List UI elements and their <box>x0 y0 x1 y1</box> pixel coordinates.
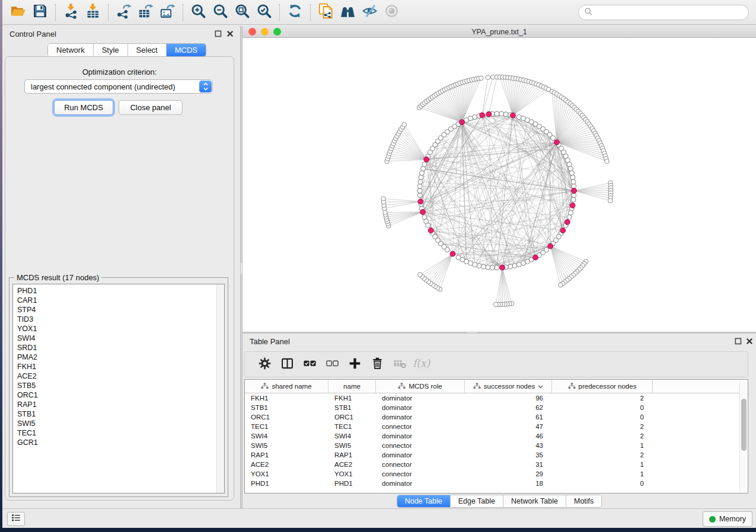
zoom-in-button[interactable] <box>187 3 209 22</box>
gear-button[interactable] <box>253 354 276 374</box>
table-cell: RAP1 <box>328 451 376 459</box>
export-image-icon <box>160 3 176 21</box>
column-header-predecessor-nodes[interactable]: predecessor nodes <box>552 380 653 393</box>
column-header-shared-name[interactable]: shared name <box>245 380 328 393</box>
binoculars-button[interactable] <box>337 3 359 22</box>
table-row[interactable]: TEC1TEC1connector472 <box>245 422 748 431</box>
export-image-button[interactable] <box>157 3 178 22</box>
close-panel-button[interactable]: Close panel <box>119 100 183 115</box>
mcds-result-item[interactable]: SWI5 <box>17 419 224 428</box>
column-header-successor-nodes[interactable]: successor nodes <box>465 380 552 393</box>
vertical-splitter-handle[interactable] <box>241 263 242 274</box>
mcds-result-item[interactable]: FKH1 <box>17 362 224 371</box>
mcds-result-item[interactable]: TEC1 <box>17 428 224 438</box>
clone-network-icon <box>318 3 334 21</box>
tree-icon <box>473 383 481 390</box>
control-panel-header: Control Panel <box>2 26 240 41</box>
optimization-criterion-dropdown[interactable]: largest connected component (undirected) <box>24 79 213 94</box>
table-row[interactable]: YOX1YOX1connector291 <box>245 469 748 479</box>
mcds-result-item[interactable]: PHD1 <box>17 286 224 296</box>
mcds-result-item[interactable]: STP4 <box>17 305 224 315</box>
import-network-button[interactable] <box>60 3 82 22</box>
column-label: successor nodes <box>484 383 535 390</box>
table-scrollbar[interactable] <box>739 380 747 492</box>
zoom-out-button[interactable] <box>209 3 231 22</box>
table-cell: 62 <box>465 404 552 411</box>
table-row[interactable]: ORC1ORC1dominator610 <box>245 412 748 422</box>
mcds-result-item[interactable]: TID3 <box>17 315 224 324</box>
save-session-button[interactable] <box>29 3 51 22</box>
tab-node-table[interactable]: Node Table <box>397 495 451 507</box>
tab-select[interactable]: Select <box>128 44 167 56</box>
run-mcds-button[interactable]: Run MCDS <box>54 100 113 115</box>
search-input[interactable] <box>596 7 743 18</box>
refresh-button[interactable] <box>284 3 306 22</box>
mcds-result-list[interactable]: PHD1CAR1STP4TID3YOX1SWI4SRD1PMA2FKH1ACE2… <box>12 284 225 493</box>
mcds-result-item[interactable]: STB5 <box>17 381 224 390</box>
table-row[interactable]: SWI4SWI4dominator462 <box>245 431 748 441</box>
tab-style[interactable]: Style <box>94 44 128 56</box>
float-panel-icon[interactable] <box>215 30 222 38</box>
horizontal-splitter-handle[interactable] <box>467 332 477 333</box>
table-row[interactable]: STB1STB1dominator620 <box>245 403 748 412</box>
mcds-result-scrollbar[interactable] <box>216 284 224 493</box>
mcds-result-item[interactable]: YOX1 <box>17 324 224 334</box>
mcds-result-item[interactable]: SWI4 <box>17 334 224 343</box>
split-columns-button[interactable] <box>276 354 298 374</box>
table-cell: connector <box>376 442 465 449</box>
node-table[interactable]: shared namenameMCDS rolesuccessor nodesp… <box>244 379 748 493</box>
table-row[interactable]: PHD1PHD1dominator180 <box>245 479 748 488</box>
network-view[interactable] <box>243 38 756 332</box>
table-row[interactable]: FKH1FKH1dominator962 <box>245 393 748 403</box>
tab-network-table[interactable]: Network Table <box>503 495 566 507</box>
control-panel-title: Control Panel <box>9 30 56 39</box>
add-row-button[interactable] <box>343 354 366 374</box>
mcds-result-item[interactable]: SRD1 <box>17 343 224 352</box>
column-header-MCDS-role[interactable]: MCDS role <box>376 380 465 393</box>
mcds-result-item[interactable]: ACE2 <box>17 371 224 381</box>
tab-motifs[interactable]: Motifs <box>566 495 601 507</box>
zoom-fit-button[interactable] <box>231 3 253 22</box>
mcds-result-item[interactable]: STB1 <box>17 409 224 419</box>
export-network-button[interactable] <box>113 3 135 22</box>
table-row[interactable]: ACE2ACE2connector311 <box>245 460 748 469</box>
optimization-criterion-label: Optimization criterion: <box>5 68 234 76</box>
tab-mcds[interactable]: MCDS <box>167 44 206 56</box>
zoom-selected-icon <box>256 3 272 21</box>
mcds-result-group: MCDS result (17 nodes) PHD1CAR1STP4TID3Y… <box>9 277 228 497</box>
table-float-panel-icon[interactable] <box>735 338 742 345</box>
memory-button[interactable]: Memory <box>703 511 752 527</box>
mcds-result-item[interactable]: PMA2 <box>17 352 224 362</box>
search-box[interactable] <box>578 5 749 20</box>
select-all-button[interactable] <box>298 354 321 374</box>
mcds-result-item[interactable]: ORC1 <box>17 390 224 400</box>
mcds-result-item[interactable]: RAP1 <box>17 400 224 409</box>
dropdown-value: largest connected component (undirected) <box>31 82 176 91</box>
network-canvas[interactable] <box>243 38 756 332</box>
export-table-button[interactable] <box>135 3 157 22</box>
open-file-button[interactable] <box>7 3 29 22</box>
table-row[interactable]: RAP1RAP1dominator352 <box>245 450 748 460</box>
tab-edge-table[interactable]: Edge Table <box>451 495 503 507</box>
table-scrollbar-thumb[interactable] <box>741 399 747 451</box>
table-cell: 2 <box>552 432 653 440</box>
mcds-result-item[interactable]: CAR1 <box>17 296 224 305</box>
deselect-all-button[interactable] <box>321 354 343 374</box>
zoom-selected-button[interactable] <box>253 3 275 22</box>
task-history-button[interactable] <box>7 512 25 526</box>
tab-network[interactable]: Network <box>48 44 94 56</box>
network-window-titlebar: YPA_prune.txt_1 <box>243 26 756 38</box>
deselect-all-icon <box>326 357 339 373</box>
column-header-name[interactable]: name <box>328 380 376 393</box>
table-close-panel-icon[interactable] <box>746 338 754 345</box>
table-cell: ACE2 <box>328 461 376 468</box>
import-table-button[interactable] <box>82 3 104 22</box>
delete-row-button[interactable] <box>366 354 388 374</box>
mcds-result-item[interactable]: GCR1 <box>17 438 224 447</box>
clone-network-button[interactable] <box>315 3 337 22</box>
low-vision-button[interactable] <box>359 3 381 22</box>
search-icon <box>584 7 593 18</box>
table-row[interactable]: SWI5SWI5connector431 <box>245 441 748 450</box>
dropdown-stepper-icon <box>199 81 212 92</box>
close-panel-icon[interactable] <box>227 30 234 38</box>
